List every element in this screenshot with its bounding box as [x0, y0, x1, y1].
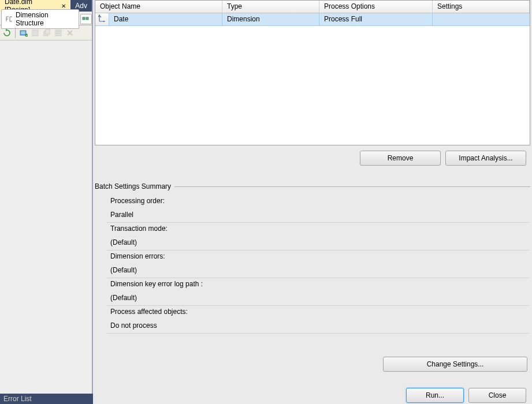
label-text: Processing order: — [110, 197, 165, 205]
cell-object-name: Date — [109, 13, 222, 25]
impact-analysis-button[interactable]: Impact Analysis... — [445, 151, 526, 166]
label-process-affected: Process affected objects: — [107, 306, 530, 319]
label-processing-order: Processing order: — [107, 195, 530, 208]
value-transaction-mode: (Default) — [107, 235, 530, 250]
object-grid: Object Name Type Process Options Setting… — [95, 0, 530, 145]
subtab-label: Dimension Structure — [16, 11, 75, 27]
svg-rect-0 — [83, 17, 85, 20]
value-dimension-errors: (Default) — [107, 263, 530, 278]
col-label: Process Options — [324, 2, 375, 10]
dimension-structure-icon — [5, 16, 13, 23]
run-button[interactable]: Run... — [406, 388, 464, 403]
cell-process-options[interactable]: Process Full — [319, 13, 433, 25]
refresh-icon[interactable] — [2, 28, 12, 38]
value-dimension-key-error-log: (Default) — [107, 291, 530, 306]
value-text: Parallel — [110, 211, 133, 219]
col-label: Settings — [437, 2, 462, 10]
attribute-icon — [82, 16, 90, 23]
change-settings-button[interactable]: Change Settings... — [383, 357, 527, 372]
dimension-icon — [98, 14, 106, 24]
cell-type: Dimension — [222, 13, 319, 25]
value-text: Do not process — [110, 321, 157, 330]
left-panel: Date.dim [Design] ✕ Adv Dimension Struct… — [0, 0, 93, 404]
summary-list: Processing order: Parallel Transaction m… — [107, 195, 530, 334]
cell-settings[interactable] — [433, 13, 530, 25]
subtab-other[interactable] — [80, 14, 92, 24]
subtab-dimension-structure[interactable]: Dimension Structure — [1, 9, 79, 29]
process-icon[interactable] — [19, 28, 28, 38]
svg-rect-10 — [57, 31, 60, 32]
col-object-name[interactable]: Object Name — [95, 1, 222, 13]
close-icon[interactable]: ✕ — [61, 3, 66, 9]
svg-marker-13 — [103, 21, 105, 23]
value-text: (Default) — [110, 294, 137, 302]
label-dimension-key-error-log: Dimension key error log path : — [107, 278, 530, 291]
change-settings-area: Change Settings... — [383, 357, 527, 372]
copy-icon — [42, 28, 51, 38]
svg-rect-4 — [21, 33, 25, 33]
label-dimension-errors: Dimension errors: — [107, 250, 530, 263]
table-row[interactable]: Date Dimension Process Full — [95, 13, 530, 26]
process-dialog: Object Name Type Process Options Setting… — [93, 0, 532, 404]
tab-label: Adv — [75, 2, 87, 10]
value-text: (Default) — [110, 238, 137, 246]
section-label: Batch Settings Summary — [95, 182, 171, 190]
label-text: Dimension key error log path : — [110, 280, 203, 288]
cell-text: Process Full — [324, 15, 362, 23]
label-transaction-mode: Transaction mode: — [107, 223, 530, 235]
label-text: Transaction mode: — [110, 225, 168, 233]
svg-rect-8 — [46, 29, 50, 34]
row-icon-cell — [95, 13, 109, 25]
value-process-affected: Do not process — [107, 319, 530, 334]
properties-icon — [54, 28, 63, 38]
svg-rect-6 — [32, 30, 38, 36]
col-label: Type — [227, 2, 242, 10]
col-settings[interactable]: Settings — [433, 1, 530, 13]
footer-label: Error List — [3, 395, 32, 403]
svg-marker-12 — [98, 15, 100, 16]
label-text: Process affected objects: — [110, 308, 188, 316]
delete-icon — [65, 28, 75, 38]
cell-text: Date — [114, 15, 128, 23]
col-type[interactable]: Type — [222, 1, 319, 13]
table-icon — [31, 28, 40, 38]
batch-settings-header: Batch Settings Summary — [95, 182, 530, 190]
close-button[interactable]: Close — [468, 388, 526, 403]
svg-rect-1 — [86, 17, 88, 20]
label-text: Dimension errors: — [110, 252, 165, 260]
value-text: (Default) — [110, 266, 137, 274]
bottom-buttons: Run... Close — [406, 388, 526, 403]
svg-rect-3 — [21, 32, 25, 32]
col-label: Object Name — [100, 2, 140, 10]
cell-text: Dimension — [227, 15, 260, 23]
value-processing-order: Parallel — [107, 208, 530, 223]
section-divider — [174, 186, 530, 187]
grid-header-row: Object Name Type Process Options Setting… — [95, 1, 530, 13]
footer-error-list[interactable]: Error List — [0, 394, 93, 404]
col-process-options[interactable]: Process Options — [319, 1, 433, 13]
mid-buttons: Remove Impact Analysis... — [360, 151, 526, 166]
toolbar-separator — [15, 28, 16, 38]
dimension-subtabs: Dimension Structure — [0, 12, 92, 25]
svg-rect-11 — [57, 33, 60, 33]
remove-button[interactable]: Remove — [360, 151, 441, 166]
